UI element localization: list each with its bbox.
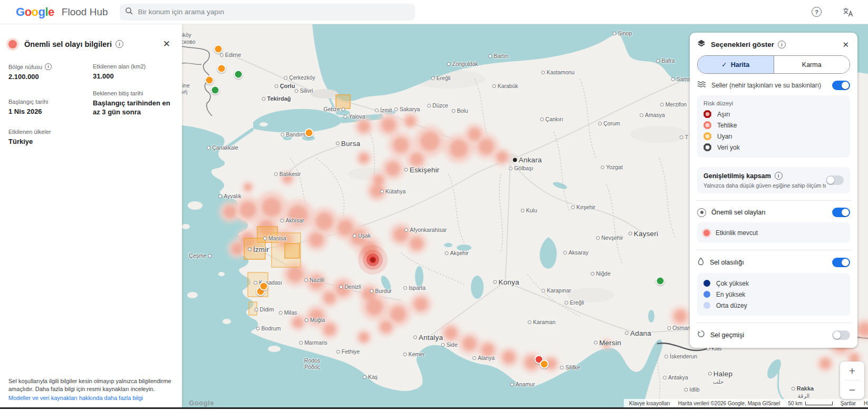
options-panel-title: Seçenekleri göster <box>711 41 774 48</box>
hexagon-icon <box>703 110 711 118</box>
event-status-dot <box>8 40 17 48</box>
orange-gauge-marker[interactable] <box>540 360 549 369</box>
droplet-icon <box>697 257 705 268</box>
flood-events-icon <box>697 208 706 217</box>
field-population: Bölge nüfusui 2.100.000 <box>8 63 88 82</box>
terms-link[interactable]: Şartlar <box>841 401 856 406</box>
flood-bullseye <box>358 245 388 275</box>
info-icon[interactable]: i <box>775 172 783 180</box>
map-options-panel: Seçenekleri göster i ✕ ✓ Harita Karma Se… <box>690 33 857 348</box>
flood-events-toggle[interactable] <box>832 208 850 217</box>
orange-gauge-marker[interactable] <box>259 282 268 291</box>
info-icon[interactable]: i <box>778 41 786 48</box>
field-end-date: Beklenen bitiş tarihi Başlangıç tarihind… <box>93 90 173 117</box>
tab-map[interactable]: ✓ Harita <box>698 56 774 73</box>
close-icon[interactable]: ✕ <box>841 40 850 50</box>
probability-legend: Çok yüksek En yüksek Orta düzey <box>697 273 850 316</box>
activity-dot <box>703 230 710 236</box>
app-title: Flood Hub <box>62 6 108 18</box>
event-info-panel: Önemli sel olayı bilgileri i ✕ Bölge nüf… <box>0 24 182 407</box>
map-data-text: Harita verileri ©2026 Google, Mapa GISra… <box>678 401 780 406</box>
green-gauge-marker[interactable] <box>211 86 220 95</box>
map-attribution: Klavye kısayolları Harita verileri ©2026… <box>624 399 868 407</box>
models-data-link[interactable]: Modeller ve veri kaynakları hakkında dah… <box>8 394 175 402</box>
dot-icon <box>703 291 710 298</box>
flood-history-label: Sel geçmişi <box>710 331 744 339</box>
event-panel-title: Önemli sel olayı bilgileri <box>24 40 112 48</box>
field-start-date: Başlangıç tarihi 1 Nis 2026 <box>8 99 88 117</box>
risk-warning: Uyarı <box>703 131 844 142</box>
hexagon-icon <box>703 143 711 151</box>
risk-extreme: Aşırı <box>703 109 844 120</box>
orange-gauge-marker[interactable] <box>214 45 223 54</box>
flood-probability-toggle[interactable] <box>832 258 850 267</box>
prob-highest: En yüksek <box>703 289 844 300</box>
orange-gauge-marker[interactable] <box>205 76 214 85</box>
scale-bar: 50 km <box>788 401 832 406</box>
flood-probability-label: Sel olasılığı <box>710 259 744 266</box>
close-icon[interactable]: ✕ <box>160 37 173 51</box>
orange-gauge-marker[interactable] <box>305 129 314 138</box>
field-countries: Etkilenen ülkeler Türkiye <box>8 129 88 147</box>
green-gauge-marker[interactable] <box>234 70 243 79</box>
info-icon[interactable]: i <box>45 63 52 70</box>
keyboard-shortcuts-link[interactable]: Klavye kısayolları <box>629 401 670 406</box>
search-bar[interactable] <box>120 4 415 21</box>
dot-icon <box>703 280 710 287</box>
flood-events-label: Önemli sel olayları <box>711 209 766 216</box>
dot-icon <box>703 302 710 309</box>
expanded-coverage-section: Genişletilmiş kapsami Yalnızca daha düşü… <box>697 167 850 193</box>
layers-icon <box>697 40 706 50</box>
search-input[interactable] <box>137 7 410 16</box>
disclaimer-text: Sel koşullarıyla ilgili bilgiler kesin o… <box>8 377 175 393</box>
zoom-in-button[interactable]: + <box>840 362 864 380</box>
search-icon <box>125 7 133 17</box>
floods-toggle[interactable] <box>832 81 850 90</box>
field-affected-area: Etkilenen alan (km2) 31.000 <box>93 63 173 82</box>
hexagon-icon <box>703 121 711 129</box>
flood-hub-app: sköyсковоEdirnelcineηνήÇerkezköyÇorluSil… <box>0 0 868 410</box>
green-gauge-marker[interactable] <box>656 277 665 286</box>
prob-medium: Orta düzey <box>703 300 844 311</box>
info-icon[interactable]: i <box>115 40 123 48</box>
prob-very-high: Çok yüksek <box>703 278 844 289</box>
orange-gauge-marker[interactable] <box>217 64 226 73</box>
risk-danger: Tehlike <box>703 120 844 131</box>
activity-legend: Etkinlik mevcut <box>697 222 850 243</box>
risk-no-data: Veri yok <box>703 142 844 153</box>
google-watermark: Google <box>189 399 214 407</box>
check-icon: ✓ <box>721 61 727 69</box>
tab-hybrid[interactable]: Karma <box>774 56 850 73</box>
risk-legend: Risk düzeyi Aşırı Tehlike Uyarı Veri yok <box>697 95 850 158</box>
waves-icon <box>697 81 706 90</box>
translate-icon[interactable] <box>843 7 853 17</box>
map-type-tabs: ✓ Harita Karma <box>697 55 850 74</box>
help-icon[interactable]: ? <box>812 7 822 17</box>
floods-layer-label: Seller (nehir taşkınları ve su baskınlar… <box>711 82 821 89</box>
google-logo[interactable]: Google <box>16 5 54 19</box>
expanded-coverage-toggle[interactable] <box>826 175 844 185</box>
flood-history-toggle[interactable] <box>832 330 850 340</box>
zoom-out-button[interactable]: − <box>840 380 864 399</box>
hexagon-icon <box>703 132 711 140</box>
app-header: Google Flood Hub ? <box>0 0 868 24</box>
zoom-controls: + − <box>840 362 864 399</box>
report-error-link[interactable]: Harita hatası bildirin <box>864 401 868 406</box>
history-icon <box>697 330 705 340</box>
